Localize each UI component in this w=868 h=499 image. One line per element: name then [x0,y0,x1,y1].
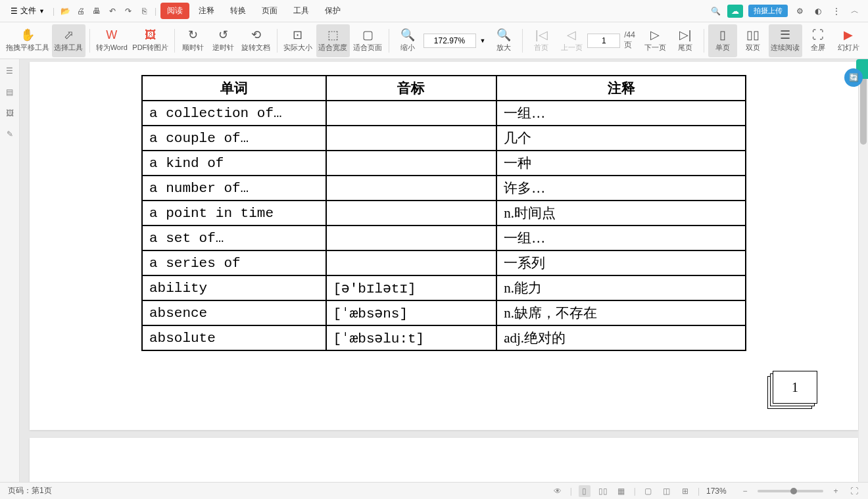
cell-word: a set of… [142,226,326,250]
save-icon[interactable]: 🖨 [74,5,87,18]
prev-page-button[interactable]: ◁ 上一页 [557,24,586,57]
chevron-down-icon: ▼ [39,8,45,14]
view-double-icon[interactable]: ▯▯ [597,485,609,497]
cell-word: absence [142,300,326,325]
zoom-slider-thumb[interactable] [790,488,797,494]
cell-word: a number of… [142,176,326,201]
file-menu[interactable]: ☰ 文件 ▼ [7,4,49,18]
print-icon[interactable]: 🖶 [90,5,103,18]
zoom-dropdown-icon[interactable]: ▼ [480,37,486,44]
pdf-to-image-button[interactable]: 🖼 PDF转图片 [131,24,170,57]
theme-icon[interactable]: ◐ [811,5,825,18]
eye-icon[interactable]: 👁 [552,485,564,497]
last-page-icon: ▷| [679,28,692,41]
open-icon[interactable]: 📂 [59,5,72,18]
double-page-button[interactable]: ▯▯ 双页 [738,24,767,57]
thumbnails-icon[interactable]: ▤ [3,85,16,99]
bookmark-icon[interactable]: ✎ [3,128,16,141]
vertical-scrollbar[interactable] [859,59,868,482]
zoom-minus-icon[interactable]: − [739,485,751,497]
separator [174,29,175,53]
search-icon[interactable]: 🔍 [709,5,722,18]
cell-definition: 几个 [496,126,746,151]
tab-annotate[interactable]: 注释 [192,3,221,19]
table-row: a point in timen.时间点 [142,201,746,226]
slideshow-button[interactable]: ▶ 幻灯片 [834,24,863,57]
status-page-label: 页码：第1页 [8,485,52,496]
cursor-icon: ⬀ [62,28,75,41]
layout-1-icon[interactable]: ▢ [642,485,654,497]
cell-definition: 许多… [496,176,746,201]
continuous-button[interactable]: ☰ 连续阅读 [769,24,802,57]
tab-read[interactable]: 阅读 [160,3,189,19]
cell-word: ability [142,275,326,300]
rotate-ccw-button[interactable]: ↺ 逆时针 [209,24,238,57]
settings-icon[interactable]: ⚙ [793,5,806,18]
layout-2-icon[interactable]: ◫ [661,485,673,497]
table-row: a couple of…几个 [142,126,746,151]
zoom-in-button[interactable]: 🔍 放大 [489,24,518,57]
vocabulary-table: 单词 音标 注释 a collection of…一组…a couple of…… [141,75,746,351]
rotate-cw-button[interactable]: ↻ 顺时针 [179,24,208,57]
tab-page[interactable]: 页面 [255,3,284,19]
single-page-button[interactable]: ▯ 单页 [708,24,737,57]
table-header-row: 单词 音标 注释 [142,76,746,101]
word-icon: W [105,28,118,41]
tab-protect[interactable]: 保护 [318,3,347,19]
cell-word: a kind of [142,151,326,176]
first-page-button[interactable]: |◁ 首页 [527,24,556,57]
collapse-icon[interactable]: ︿ [848,5,861,18]
separator [89,29,90,53]
actual-size-button[interactable]: ⊡ 实际大小 [281,24,314,57]
zoom-plus-icon[interactable]: + [830,485,842,497]
zoom-out-button[interactable]: 🔍 缩小 [393,24,422,57]
rotate-ccw-icon: ↺ [217,28,230,41]
status-zoom-display: 173% [706,487,733,496]
slideshow-icon: ▶ [842,28,855,41]
more-icon[interactable]: ⋮ [830,5,843,18]
cell-word: a collection of… [142,101,326,126]
view-single-icon[interactable]: ▯ [579,485,591,497]
cell-phonetic [326,201,497,226]
table-row: a kind of一种 [142,151,746,176]
cell-phonetic [326,250,497,275]
upload-button[interactable]: 拍摄上传 [748,5,788,17]
fit-width-button[interactable]: ⬚ 适合宽度 [316,24,350,57]
layout-3-icon[interactable]: ⊞ [679,485,691,497]
undo-icon[interactable]: ↶ [106,5,119,18]
fullscreen-status-icon[interactable]: ⛶ [848,485,860,497]
fit-page-button[interactable]: ▢ 适合页面 [351,24,385,57]
zoom-slider[interactable] [758,490,823,492]
page-input[interactable] [587,34,620,48]
view-grid-icon[interactable]: ▦ [615,485,627,497]
to-word-button[interactable]: W 转为Word [94,24,130,57]
outline-icon[interactable]: 🖼 [3,107,16,120]
select-tool-button[interactable]: ⬀ 选择工具 [52,24,85,57]
tab-convert[interactable]: 转换 [224,3,253,19]
cell-definition: adj.绝对的 [496,325,746,350]
tab-tools[interactable]: 工具 [287,3,316,19]
continuous-icon: ☰ [779,28,792,41]
pdf-page-2 [30,438,858,482]
next-page-button[interactable]: ▷ 下一页 [640,24,669,57]
hand-tool-button[interactable]: ✋ 拖拽平移工具 [5,24,51,57]
zoom-input[interactable] [423,34,476,48]
redo-icon[interactable]: ↷ [122,5,135,18]
separator: | [155,7,157,16]
export-icon[interactable]: ⎘ [137,5,151,18]
fit-width-icon: ⬚ [326,28,339,41]
document-viewer[interactable]: 🔄 单词 音标 注释 a collection of…一组…a couple o… [20,59,868,482]
fullscreen-button[interactable]: ⛶ 全屏 [804,24,832,57]
hamburger-icon: ☰ [11,7,18,16]
cell-definition: 一组… [496,101,746,126]
convert-badge-icon[interactable]: 🔄 [844,68,863,87]
rotate-doc-button[interactable]: ⟲ 旋转文档 [239,24,273,57]
last-page-button[interactable]: ▷| 尾页 [671,24,700,57]
status-right: 👁 | ▯ ▯▯ ▦ | ▢ ◫ ⊞ | 173% − + ⛶ [552,485,860,497]
cloud-icon[interactable]: ☁ [727,5,743,18]
sidebar-toggle-icon[interactable]: ☰ [3,64,16,78]
cell-phonetic [326,151,497,176]
next-page-icon: ▷ [648,28,662,41]
cell-phonetic [326,226,497,250]
statusbar: 页码：第1页 👁 | ▯ ▯▯ ▦ | ▢ ◫ ⊞ | 173% − + ⛶ [0,482,868,499]
